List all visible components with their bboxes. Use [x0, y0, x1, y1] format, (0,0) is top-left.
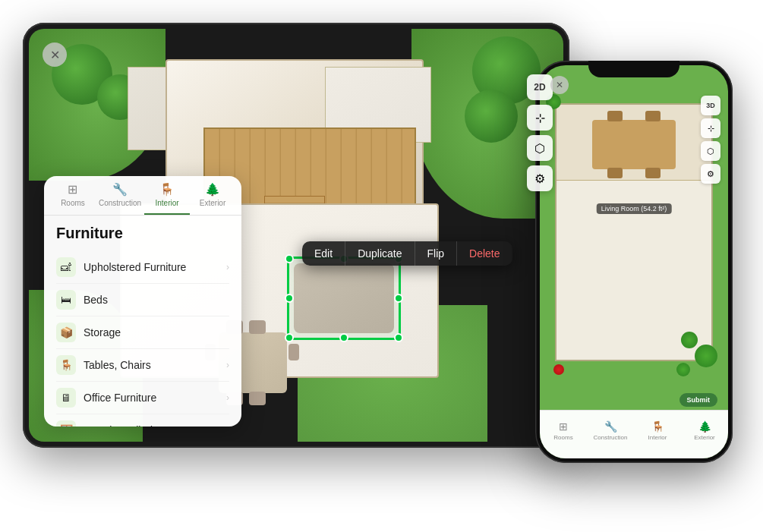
phone-chair-2 — [645, 111, 661, 121]
context-menu-delete[interactable]: Delete — [457, 241, 512, 266]
tab-interior[interactable]: 🪑 Interior — [144, 176, 190, 215]
phone-tab-construction-label: Construction — [594, 434, 628, 441]
furniture-item-tables-chairs[interactable]: 🪑 Tables, Chairs › — [56, 349, 229, 382]
storage-label: Storage — [84, 326, 121, 338]
upholstered-label: Upholstered Furniture — [84, 261, 186, 273]
toolbar-scatter-icon[interactable]: ⊹ — [527, 105, 553, 131]
phone-exterior-icon: 🌲 — [698, 420, 711, 433]
tablet-toolbar: 2D ⊹ ⬡ ⚙ — [527, 74, 553, 191]
tab-rooms-label: Rooms — [61, 199, 85, 207]
sofa-shape — [294, 263, 394, 333]
phone-room-furniture — [592, 120, 676, 169]
curtains-icon: 🪟 — [56, 420, 76, 427]
storage-icon: 📦 — [56, 323, 76, 342]
resize-handle-br[interactable] — [394, 333, 403, 342]
tablet-screen: Edit Duplicate Flip Delete ✕ 2D ⊹ ⬡ ⚙ — [29, 29, 563, 442]
chevron-icon-3: › — [226, 392, 229, 403]
phone-toolbar: 3D ⊹ ⬡ ⚙ — [701, 96, 720, 184]
phone-device: Living Room (54.2 ft²) ✕ 3D ⊹ — [535, 61, 733, 463]
phone-chair-3 — [607, 168, 623, 178]
selected-sofa[interactable] — [287, 257, 401, 340]
phone-toolbar-scatter[interactable]: ⊹ — [701, 118, 720, 138]
furniture-item-beds[interactable]: 🛏 Beds — [56, 284, 229, 316]
phone-interior-icon: 🪑 — [651, 420, 664, 433]
panel-tabs: ⊞ Rooms 🔧 Construction 🪑 Interior 🌲 Exte… — [44, 176, 241, 216]
furniture-item-curtains[interactable]: 🪟 Curtains, Blinds › — [56, 414, 229, 427]
phone-submit-button[interactable]: Submit — [679, 393, 718, 407]
office-icon: 🖥 — [56, 388, 76, 408]
phone-tab-rooms-label: Rooms — [553, 434, 572, 441]
panel-content: Furniture 🛋 Upholstered Furniture › 🛏 Be… — [44, 216, 241, 427]
phone-tab-construction[interactable]: 🔧 Construction — [587, 411, 634, 451]
chair-right — [288, 344, 299, 360]
tab-construction-label: Construction — [99, 199, 141, 207]
phone-view-mode-3d[interactable]: 3D — [701, 96, 720, 115]
context-menu-edit[interactable]: Edit — [302, 241, 345, 266]
tablet-close-button[interactable]: ✕ — [43, 42, 67, 67]
scene-container: Edit Duplicate Flip Delete ✕ 2D ⊹ ⬡ ⚙ — [0, 0, 763, 532]
phone-flower — [553, 364, 564, 375]
tab-exterior[interactable]: 🌲 Exterior — [190, 176, 235, 215]
resize-handle-tl[interactable] — [285, 254, 294, 263]
phone-tab-exterior[interactable]: 🌲 Exterior — [681, 411, 728, 451]
tab-construction[interactable]: 🔧 Construction — [96, 176, 144, 215]
phone-chair-1 — [607, 111, 623, 121]
exterior-icon: 🌲 — [205, 182, 220, 197]
chair-top-2 — [249, 320, 266, 334]
toolbar-layers-icon[interactable]: ⬡ — [527, 135, 553, 161]
context-menu-duplicate[interactable]: Duplicate — [345, 241, 415, 266]
furniture-item-office[interactable]: 🖥 Office Furniture › — [56, 382, 229, 414]
phone-close-icon: ✕ — [556, 80, 563, 90]
phone-tab-interior[interactable]: 🪑 Interior — [634, 411, 681, 451]
phone-house-outline: Living Room (54.2 ft²) — [555, 103, 713, 361]
chair-bottom-2 — [249, 392, 266, 405]
phone-chair-4 — [645, 168, 661, 178]
tables-chairs-label: Tables, Chairs — [84, 359, 151, 371]
phone-toolbar-settings[interactable]: ⚙ — [701, 164, 720, 184]
furniture-item-storage[interactable]: 📦 Storage — [56, 316, 229, 349]
curtains-label: Curtains, Blinds — [84, 424, 158, 427]
phone-shrub-1 — [695, 345, 717, 367]
phone-tab-exterior-label: Exterior — [694, 434, 715, 441]
chevron-icon-4: › — [226, 425, 229, 427]
resize-handle-bc[interactable] — [339, 333, 348, 342]
side-panel: ⊞ Rooms 🔧 Construction 🪑 Interior 🌲 Exte… — [44, 176, 241, 427]
phone-shrub-3 — [676, 363, 690, 376]
beds-label: Beds — [84, 294, 108, 306]
tables-chairs-icon: 🪑 — [56, 355, 76, 375]
close-icon: ✕ — [50, 48, 60, 62]
furniture-item-upholstered[interactable]: 🛋 Upholstered Furniture › — [56, 251, 229, 284]
phone-tab-rooms[interactable]: ⊞ Rooms — [540, 411, 587, 451]
chevron-icon-2: › — [226, 360, 229, 370]
phone-toolbar-layers[interactable]: ⬡ — [701, 141, 720, 161]
phone-notch — [588, 61, 679, 77]
phone-screen: Living Room (54.2 ft²) ✕ 3D ⊹ — [540, 65, 728, 458]
phone-tab-interior-label: Interior — [648, 434, 667, 441]
chevron-icon: › — [226, 262, 229, 272]
view-mode-2d-button[interactable]: 2D — [527, 74, 553, 100]
tree-4 — [465, 90, 518, 143]
context-menu: Edit Duplicate Flip Delete — [302, 241, 512, 266]
resize-handle-bl[interactable] — [285, 333, 294, 342]
tab-interior-label: Interior — [156, 199, 179, 207]
tablet-device: Edit Duplicate Flip Delete ✕ 2D ⊹ ⬡ ⚙ — [23, 23, 569, 448]
tab-exterior-label: Exterior — [200, 199, 225, 207]
toolbar-settings-icon[interactable]: ⚙ — [527, 165, 553, 191]
phone-construction-icon: 🔧 — [604, 420, 617, 433]
tab-rooms[interactable]: ⊞ Rooms — [50, 176, 96, 215]
phone-bottom-tabs: ⊞ Rooms 🔧 Construction 🪑 Interior 🌲 Exte… — [540, 410, 728, 458]
phone-room-label: Living Room (54.2 ft²) — [597, 203, 672, 214]
office-label: Office Furniture — [84, 392, 156, 404]
panel-title: Furniture — [56, 225, 229, 242]
phone-close-button[interactable]: ✕ — [550, 76, 569, 94]
rooms-icon: ⊞ — [68, 182, 77, 197]
construction-icon: 🔧 — [112, 182, 128, 197]
resize-handle-rc[interactable] — [394, 294, 403, 303]
upholstered-icon: 🛋 — [56, 257, 76, 277]
context-menu-flip[interactable]: Flip — [415, 241, 458, 266]
phone-rooms-icon: ⊞ — [559, 420, 568, 433]
interior-icon: 🪑 — [159, 182, 175, 197]
phone-shrub-2 — [681, 332, 698, 348]
beds-icon: 🛏 — [56, 290, 76, 310]
resize-handle-lc[interactable] — [285, 294, 294, 303]
